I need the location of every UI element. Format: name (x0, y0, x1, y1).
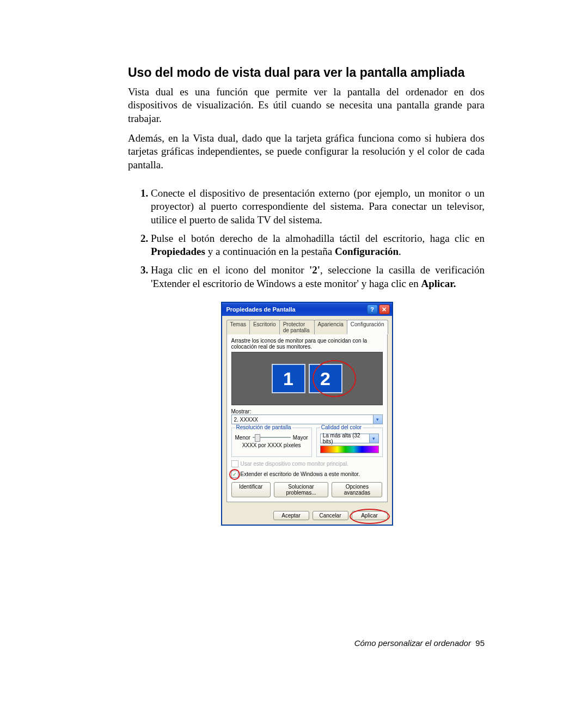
text-bold: Propiedades (151, 246, 205, 257)
display-dropdown[interactable]: 2. XXXXX ▾ (231, 415, 383, 424)
checkbox-label: Usar este dispositivo como monitor princ… (241, 461, 348, 467)
ok-button[interactable]: Aceptar (273, 511, 309, 520)
dropdown-value: La más alta (32 bits) (323, 432, 370, 444)
hint-text: Arrastre los iconos de monitor para que … (231, 338, 383, 350)
tab-desktop[interactable]: Escritorio (249, 320, 280, 334)
dropdown-value: 2. XXXXX (234, 417, 258, 423)
text: y a continuación en la pestaña (205, 246, 335, 257)
color-quality-group: Calidad del color La más alta (32 bits) … (316, 428, 383, 457)
advanced-button[interactable]: Opciones avanzadas (332, 482, 382, 497)
tab-appearance[interactable]: Apariencia (314, 320, 347, 334)
resolution-readout: XXXX por XXXX píxeles (235, 442, 308, 448)
text: Pulse el botón derecho de la almohadilla… (151, 233, 485, 244)
dialog-footer: Aceptar Cancelar Aplicar (222, 507, 392, 525)
page-footer: Cómo personalizar el ordenador 95 (354, 638, 485, 648)
dialog-screenshot: Propiedades de Pantalla ? ✕ Temas Escrit… (222, 302, 391, 525)
tab-screensaver[interactable]: Protector de pantalla (279, 320, 315, 334)
paragraph: Vista dual es una función que permite ve… (128, 86, 485, 125)
paragraph: Además, en la Vista dual, dado que la ta… (128, 132, 485, 172)
dialog-titlebar[interactable]: Propiedades de Pantalla ? ✕ (222, 303, 392, 316)
chevron-down-icon: ▾ (373, 415, 382, 424)
tab-strip: Temas Escritorio Protector de pantalla A… (226, 320, 388, 334)
extend-desktop-checkbox[interactable]: ✓ (231, 471, 238, 478)
display-label: Mostrar: (231, 409, 383, 415)
close-button[interactable]: ✕ (379, 304, 390, 314)
text-bold: Aplicar. (421, 278, 456, 289)
monitor-1-icon[interactable]: 1 (272, 364, 305, 393)
step-item: Pulse el botón derecho de la almohadilla… (151, 232, 485, 259)
group-title: Calidad del color (320, 424, 363, 430)
footer-text: Cómo personalizar el ordenador (354, 638, 471, 648)
slider-max-label: Mayor (293, 435, 308, 441)
dialog-title: Propiedades de Pantalla (226, 306, 296, 313)
step-item: Haga clic en el icono del monitor '2', s… (151, 264, 485, 290)
primary-monitor-checkbox (231, 460, 238, 467)
group-title: Resolución de pantalla (235, 424, 292, 430)
text-bold: Configuración (335, 246, 399, 257)
tab-themes[interactable]: Temas (226, 320, 250, 334)
text: Haga clic en el icono del monitor (151, 264, 309, 276)
page-number: 95 (475, 638, 485, 648)
identify-button[interactable]: Identificar (231, 482, 271, 497)
section-heading: Uso del modo de vista dual para ver la p… (128, 65, 485, 80)
tab-settings[interactable]: Configuración (347, 320, 388, 334)
resolution-group: Resolución de pantalla Menor Mayor XXXX … (231, 428, 312, 457)
resolution-slider[interactable] (253, 434, 291, 441)
checkbox-label: Extender el escritorio de Windows a este… (241, 471, 360, 477)
apply-button[interactable]: Aplicar (352, 511, 388, 520)
text: . (399, 246, 401, 257)
troubleshoot-button[interactable]: Solucionar problemas... (274, 482, 328, 497)
step-item: Conecte el dispositivo de presentación e… (151, 187, 485, 227)
display-properties-dialog: Propiedades de Pantalla ? ✕ Temas Escrit… (222, 302, 393, 525)
chevron-down-icon: ▾ (369, 434, 378, 443)
tab-panel-settings: Arrastre los iconos de monitor para que … (226, 334, 388, 502)
color-quality-dropdown[interactable]: La más alta (32 bits) ▾ (320, 434, 379, 443)
help-button[interactable]: ? (367, 304, 378, 314)
text-bold: '2' (309, 264, 320, 276)
steps-list: Conecte el dispositivo de presentación e… (128, 187, 485, 290)
monitor-arrangement-area[interactable]: 1 2 (231, 352, 383, 405)
cancel-button[interactable]: Cancelar (313, 511, 348, 520)
color-preview-bar (320, 446, 379, 453)
monitor-2-icon[interactable]: 2 (309, 364, 342, 393)
slider-min-label: Menor (235, 435, 250, 441)
